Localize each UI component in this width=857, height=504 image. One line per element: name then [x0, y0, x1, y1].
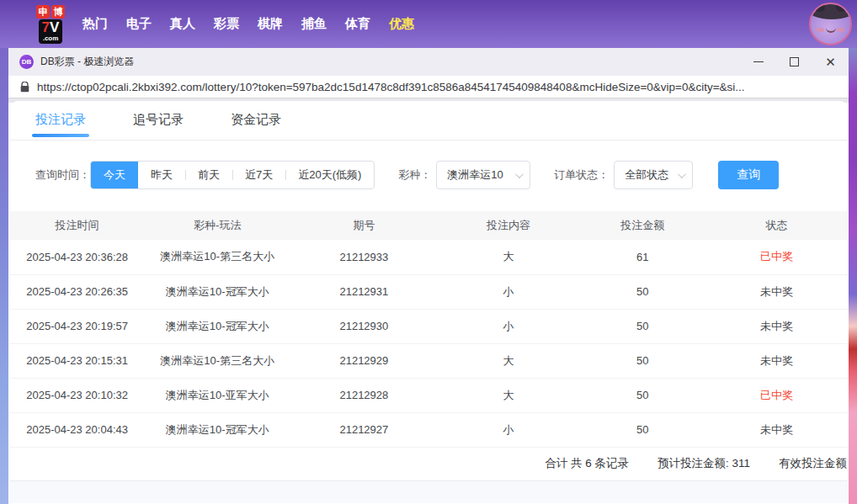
cell-bet-amount: 61: [580, 240, 705, 274]
nav-item[interactable]: 优惠: [380, 16, 423, 32]
cell-bet-time: 2025-04-23 20:04:43: [10, 412, 144, 447]
time-filter-label: 查询时间：: [35, 167, 90, 183]
close-icon: ✕: [825, 56, 836, 68]
cell-bet-content: 大: [437, 240, 579, 274]
url-text: https://ctop02pcali.2kbxi392.com/lottery…: [37, 81, 838, 93]
url-bar[interactable]: https://ctop02pcali.2kbxi392.com/lottery…: [8, 76, 849, 98]
time-filter-option[interactable]: 昨天: [138, 162, 185, 188]
time-filter-group: 今天 昨天 前天 近7天 近20天(低频): [90, 161, 375, 189]
cell-issue-number: 21212933: [290, 240, 437, 274]
bottom-space: [10, 481, 848, 503]
query-button[interactable]: 查询: [718, 161, 779, 189]
record-tab[interactable]: 投注记录: [35, 112, 86, 140]
table-header-row: 投注时间 彩种-玩法 期号 投注内容 投注金额 状态: [10, 211, 848, 240]
record-tab[interactable]: 资金记录: [231, 112, 281, 140]
summary-row: 合计 共 6 条记录 预计投注金额: 311 有效投注金额: [10, 448, 848, 481]
time-filter-option[interactable]: 前天: [185, 162, 232, 188]
table-header-cell: 投注内容: [437, 211, 579, 240]
avatar-hair: [809, 3, 852, 19]
site-logo-cn2: 博: [51, 5, 65, 19]
table-header-cell: 彩种-玩法: [144, 211, 290, 240]
site-nav: 申 博 7V .com 热门 电子 真人 彩票 棋牌 捕鱼 体育: [0, 0, 857, 48]
cell-bet-content: 大: [437, 378, 579, 412]
nav-item[interactable]: 热门: [73, 16, 117, 32]
nav-item[interactable]: 电子: [117, 16, 161, 32]
cell-lottery-play: 澳洲幸运10-第三名大小: [144, 343, 290, 378]
table-row: 2025-04-23 20:19:57 澳洲幸运10-冠军大小 21212930…: [10, 309, 848, 343]
user-avatar[interactable]: [809, 3, 852, 45]
nav-item[interactable]: 捕鱼: [292, 16, 336, 32]
cell-bet-time: 2025-04-23 20:10:32: [10, 378, 144, 412]
order-status-value: 全部状态: [625, 167, 668, 183]
lottery-select-value: 澳洲幸运10: [447, 167, 503, 183]
bet-records-table: 投注时间 彩种-玩法 期号 投注内容 投注金额 状态: [10, 211, 848, 448]
table-header-cell: 投注金额: [580, 211, 705, 240]
cell-status: 未中奖: [705, 309, 848, 343]
chevron-down-icon: [515, 170, 524, 178]
cell-issue-number: 21212929: [290, 343, 437, 378]
cell-bet-amount: 50: [580, 309, 705, 343]
cell-status: 未中奖: [705, 412, 848, 447]
table-row: 2025-04-23 20:10:32 澳洲幸运10-亚军大小 21212928…: [10, 378, 848, 412]
table-row: 2025-04-23 20:26:35 澳洲幸运10-冠军大小 21212931…: [10, 274, 848, 309]
background-page-right-edge: [849, 48, 857, 504]
table-header-cell: 投注时间: [10, 211, 144, 240]
nav-item[interactable]: 体育: [336, 16, 380, 32]
cell-lottery-play: 澳洲幸运10-亚军大小: [144, 378, 290, 412]
summary-valid-amount: 有效投注金额: [779, 456, 847, 471]
site-logo[interactable]: 申 博 7V .com: [36, 5, 65, 44]
summary-expected-amount: 预计投注金额: 311: [657, 456, 750, 471]
time-filter-option[interactable]: 近7天: [232, 162, 285, 188]
minimize-icon: [753, 61, 764, 62]
cell-lottery-play: 澳洲幸运10-冠军大小: [144, 412, 290, 447]
cell-lottery-play: 澳洲幸运10-冠军大小: [144, 274, 290, 309]
cell-bet-amount: 50: [580, 378, 705, 412]
page-content: 投注记录 追号记录 资金记录 查询时间： 今天 昨天: [8, 98, 849, 504]
cell-bet-time: 2025-04-23 20:36:28: [10, 240, 144, 274]
nav-item[interactable]: 真人: [161, 16, 205, 32]
window-title: DB彩票 - 极速浏览器: [40, 55, 134, 69]
avatar-blush-right: [837, 28, 844, 32]
record-tab[interactable]: 追号记录: [133, 112, 184, 140]
table-header-cell: 期号: [290, 211, 437, 240]
status-filter-label: 订单状态：: [554, 167, 609, 183]
cell-bet-amount: 50: [580, 274, 705, 309]
filter-row: 查询时间： 今天 昨天 前天 近7天 近20天(低频): [35, 161, 848, 189]
background-page-left-edge: [0, 48, 8, 504]
minimize-button[interactable]: [740, 48, 776, 76]
cell-status: 已中奖: [705, 240, 848, 274]
avatar-blush-left: [817, 28, 824, 32]
cell-bet-time: 2025-04-23 20:19:57: [10, 309, 144, 343]
cell-bet-content: 小: [437, 309, 579, 343]
maximize-button[interactable]: [776, 48, 812, 76]
site-logo-cn1: 申: [36, 5, 50, 19]
cell-bet-content: 小: [437, 274, 579, 309]
site-nav-items: 热门 电子 真人 彩票 棋牌 捕鱼 体育 优惠: [73, 16, 423, 32]
avatar-smile: [826, 27, 836, 33]
browser-titlebar: DB DB彩票 - 极速浏览器 ✕: [8, 48, 849, 76]
time-filter-option[interactable]: 近20天(低频): [285, 162, 374, 188]
site-logo-cn: 申 博: [36, 5, 65, 19]
lottery-select[interactable]: 澳洲幸运10: [436, 161, 530, 189]
cell-issue-number: 21212931: [290, 274, 437, 309]
record-tabs: 投注记录 追号记录 资金记录: [10, 101, 848, 141]
avatar-bun-left: [814, 3, 825, 12]
table-header-cell: 状态: [705, 211, 848, 240]
summary-total-records: 合计 共 6 条记录: [545, 456, 629, 471]
maximize-icon: [790, 57, 799, 66]
table-row: 2025-04-23 20:36:28 澳洲幸运10-第三名大小 2121293…: [10, 240, 848, 274]
close-button[interactable]: ✕: [812, 48, 849, 76]
cell-status: 已中奖: [705, 378, 848, 412]
nav-item[interactable]: 彩票: [205, 16, 248, 32]
nav-item[interactable]: 棋牌: [248, 16, 292, 32]
cell-bet-amount: 50: [580, 343, 705, 378]
site-logo-com: .com: [42, 35, 60, 42]
order-status-select[interactable]: 全部状态: [614, 161, 693, 189]
cell-issue-number: 21212928: [290, 378, 437, 412]
site-logo-7v: 7V: [42, 19, 60, 35]
site-logo-box: 7V .com: [39, 19, 63, 44]
cell-lottery-play: 澳洲幸运10-第三名大小: [144, 240, 290, 274]
cell-bet-time: 2025-04-23 20:15:31: [10, 343, 144, 378]
time-filter-option[interactable]: 今天: [91, 162, 138, 188]
records-card: 投注记录 追号记录 资金记录 查询时间： 今天 昨天: [10, 101, 848, 504]
